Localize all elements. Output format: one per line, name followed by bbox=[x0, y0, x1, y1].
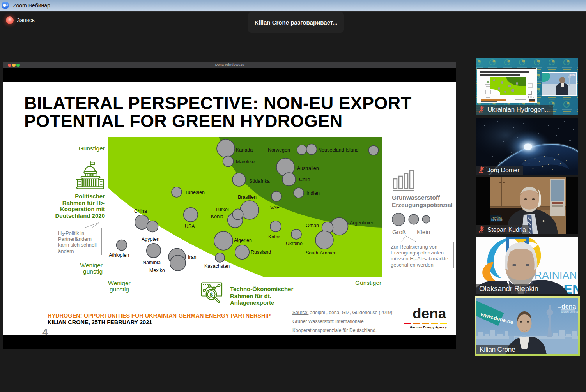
svg-text:Russland: Russland bbox=[251, 249, 271, 255]
svg-text:Neuseeland Island: Neuseeland Island bbox=[318, 147, 359, 153]
svg-text:Südafrika: Südafrika bbox=[249, 178, 270, 184]
svg-text:Kanada: Kanada bbox=[236, 147, 253, 153]
svg-text:UKRAINE: UKRAINE bbox=[491, 219, 503, 222]
svg-text:RAINIAN: RAINIAN bbox=[535, 269, 577, 281]
svg-text:Ukraine: Ukraine bbox=[286, 241, 303, 246]
svg-text:dena: dena bbox=[561, 303, 576, 310]
svg-text:Iran: Iran bbox=[188, 254, 197, 260]
svg-text:Norwegen: Norwegen bbox=[268, 147, 290, 153]
svg-text:Argentinien: Argentinien bbox=[350, 220, 374, 226]
svg-text:Oman: Oman bbox=[306, 223, 319, 228]
svg-text:УКРАЇНА: УКРАЇНА bbox=[491, 216, 502, 219]
svg-text:USA: USA bbox=[185, 224, 195, 229]
svg-text:Saudi-Arabien: Saudi-Arabien bbox=[306, 250, 336, 256]
svg-text:China: China bbox=[134, 208, 147, 214]
svg-text:Chile: Chile bbox=[299, 177, 310, 182]
svg-text:Marokko: Marokko bbox=[236, 159, 255, 164]
svg-text:Äthiopien: Äthiopien bbox=[109, 253, 129, 258]
svg-text:Türkei: Türkei bbox=[215, 207, 229, 212]
svg-text:Brasilien: Brasilien bbox=[238, 194, 257, 200]
svg-text:Ägypten: Ägypten bbox=[142, 237, 159, 242]
svg-text:Tunesien: Tunesien bbox=[185, 190, 205, 195]
svg-text:Katar: Katar bbox=[268, 234, 280, 240]
svg-text:Deutsche Energie-Agentur: Deutsche Energie-Agentur bbox=[561, 311, 578, 313]
svg-text:Algerien: Algerien bbox=[234, 238, 252, 243]
svg-text:Namibia: Namibia bbox=[143, 260, 161, 265]
svg-text:$: $ bbox=[210, 291, 213, 298]
svg-text:VAE: VAE bbox=[270, 205, 280, 210]
svg-text:Kasachstan: Kasachstan bbox=[204, 263, 230, 269]
svg-text:Mexiko: Mexiko bbox=[149, 268, 165, 273]
svg-text:Kenia: Kenia bbox=[211, 214, 223, 219]
svg-text:Indien: Indien bbox=[306, 191, 320, 196]
svg-text:Australien: Australien bbox=[297, 166, 319, 171]
